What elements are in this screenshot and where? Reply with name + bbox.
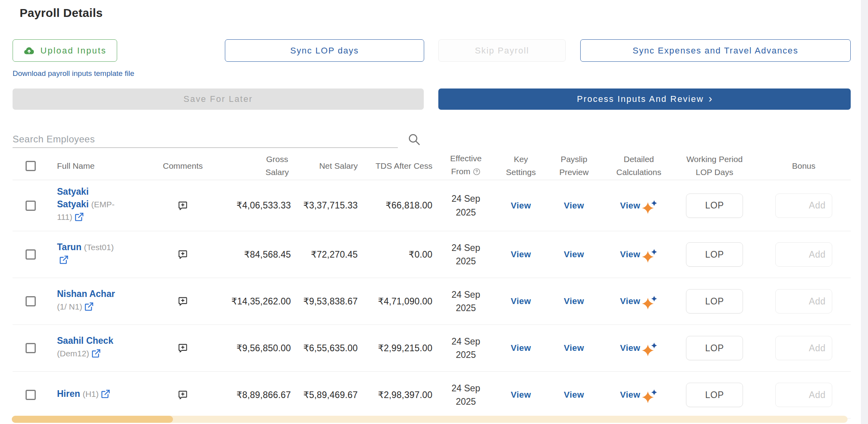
lop-button[interactable]: LOP bbox=[686, 383, 743, 407]
payslip-preview-view-link[interactable]: View bbox=[564, 296, 584, 306]
process-inputs-button[interactable]: Process Inputs And Review › bbox=[438, 88, 851, 110]
effective-from-date: 24 Sep 2025 bbox=[449, 382, 483, 409]
table-row: Tarun (Test01) ₹84,568.45 ₹72,270.45 ₹0.… bbox=[13, 231, 851, 278]
lop-button[interactable]: LOP bbox=[686, 242, 743, 267]
download-template-link[interactable]: Download payroll inputs template file bbox=[13, 69, 134, 78]
effective-from-date: 24 Sep 2025 bbox=[449, 335, 483, 362]
add-bonus-button[interactable]: Add bbox=[775, 289, 832, 313]
horizontal-scrollbar-thumb[interactable] bbox=[12, 416, 173, 423]
sync-expenses-button[interactable]: Sync Expenses and Travel Advances bbox=[580, 39, 851, 62]
sync-expenses-label: Sync Expenses and Travel Advances bbox=[633, 46, 798, 56]
key-settings-view-link[interactable]: View bbox=[511, 201, 531, 211]
row-checkbox[interactable] bbox=[26, 390, 36, 400]
add-bonus-button[interactable]: Add bbox=[775, 242, 832, 267]
employee-id: (H1) bbox=[83, 389, 99, 398]
tds-after-cess-value: ₹0.00 bbox=[358, 249, 432, 260]
employee-name-link[interactable]: Nishan Achar bbox=[57, 289, 115, 299]
row-checkbox[interactable] bbox=[26, 249, 36, 260]
header-gross-salary: Gross Salary bbox=[236, 153, 291, 179]
external-link-icon[interactable] bbox=[74, 212, 84, 225]
detailed-calculations-view-link[interactable]: View bbox=[620, 343, 640, 353]
net-salary-value: ₹3,37,715.33 bbox=[291, 200, 358, 211]
net-salary-value: ₹72,270.45 bbox=[291, 249, 358, 260]
effective-from-date: 24 Sep 2025 bbox=[449, 241, 483, 268]
header-full-name: Full Name bbox=[39, 160, 130, 173]
key-settings-view-link[interactable]: View bbox=[511, 343, 531, 353]
external-link-icon[interactable] bbox=[101, 389, 110, 402]
gross-salary-value: ₹84,568.45 bbox=[236, 249, 291, 260]
header-payslip-preview: Payslip Preview bbox=[542, 153, 605, 179]
table-row: Nishan Achar (1/ N1) ₹14,35,262.00 ₹9,53… bbox=[13, 278, 851, 325]
detailed-calculations-view-link[interactable]: View bbox=[620, 390, 640, 400]
row-checkbox[interactable] bbox=[26, 296, 36, 306]
ai-sparkle-icon bbox=[641, 388, 658, 406]
table-row: Hiren (H1) ₹8,89,866.67 ₹5,89,469.67 ₹2,… bbox=[13, 372, 851, 418]
external-link-icon[interactable] bbox=[91, 348, 101, 362]
header-effective-from: Effective From bbox=[432, 152, 499, 179]
sync-lop-days-label: Sync LOP days bbox=[290, 46, 359, 56]
tds-after-cess-value: ₹4,71,090.00 bbox=[358, 296, 432, 307]
key-settings-view-link[interactable]: View bbox=[511, 296, 531, 306]
header-comments: Comments bbox=[130, 160, 236, 173]
detailed-calculations-view-link[interactable]: View bbox=[620, 296, 640, 306]
process-inputs-label: Process Inputs And Review bbox=[577, 94, 704, 104]
add-comment-icon[interactable] bbox=[177, 249, 188, 260]
add-bonus-button[interactable]: Add bbox=[775, 336, 832, 360]
ai-sparkle-icon bbox=[641, 295, 658, 312]
employee-name-link[interactable]: Saahil Check bbox=[57, 336, 113, 346]
gross-salary-value: ₹8,89,866.67 bbox=[236, 390, 291, 400]
detailed-calculations-view-link[interactable]: View bbox=[620, 249, 640, 260]
row-checkbox[interactable] bbox=[26, 201, 36, 211]
search-input[interactable] bbox=[13, 131, 398, 147]
ai-sparkle-icon bbox=[641, 248, 658, 265]
payslip-preview-view-link[interactable]: View bbox=[564, 390, 584, 400]
employee-name-link[interactable]: Tarun bbox=[57, 242, 81, 252]
add-comment-icon[interactable] bbox=[177, 296, 188, 307]
search-icon[interactable] bbox=[407, 132, 421, 146]
lop-button[interactable]: LOP bbox=[686, 289, 743, 313]
table-header-row: Full Name Comments Gross Salary Net Sala… bbox=[13, 152, 851, 180]
ai-sparkle-icon bbox=[641, 341, 658, 359]
cloud-upload-icon bbox=[23, 45, 35, 57]
net-salary-value: ₹5,89,469.67 bbox=[291, 390, 358, 400]
tds-after-cess-value: ₹2,99,215.00 bbox=[358, 343, 432, 354]
detailed-calculations-view-link[interactable]: View bbox=[620, 201, 640, 211]
chevron-right-icon: › bbox=[708, 93, 712, 105]
header-key-settings: Key Settings bbox=[499, 153, 542, 179]
table-body: Satyaki Satyaki (EMP-111) ₹4,06,533.33 ₹… bbox=[13, 180, 851, 418]
add-bonus-button[interactable]: Add bbox=[775, 383, 832, 407]
lop-button[interactable]: LOP bbox=[686, 336, 743, 360]
add-comment-icon[interactable] bbox=[177, 389, 188, 400]
help-icon[interactable] bbox=[473, 167, 481, 180]
row-checkbox[interactable] bbox=[26, 343, 36, 353]
add-comment-icon[interactable] bbox=[177, 343, 188, 354]
employee-id: (Dem12) bbox=[57, 349, 89, 358]
net-salary-value: ₹6,55,635.00 bbox=[291, 343, 358, 354]
table-row: Satyaki Satyaki (EMP-111) ₹4,06,533.33 ₹… bbox=[13, 180, 851, 231]
search-employees-field bbox=[13, 131, 398, 148]
lop-button[interactable]: LOP bbox=[686, 194, 743, 218]
payslip-preview-view-link[interactable]: View bbox=[564, 343, 584, 353]
upload-inputs-button[interactable]: Upload Inputs bbox=[13, 39, 117, 62]
upload-inputs-label: Upload Inputs bbox=[40, 46, 107, 56]
add-comment-icon[interactable] bbox=[177, 200, 188, 211]
employee-name-link[interactable]: Satyaki Satyaki bbox=[57, 186, 89, 209]
sync-lop-days-button[interactable]: Sync LOP days bbox=[225, 39, 424, 62]
tds-after-cess-value: ₹2,98,397.00 bbox=[358, 390, 432, 400]
external-link-icon[interactable] bbox=[59, 255, 69, 268]
payslip-preview-view-link[interactable]: View bbox=[564, 201, 584, 211]
save-for-later-button[interactable]: Save For Later bbox=[13, 88, 424, 110]
key-settings-view-link[interactable]: View bbox=[511, 390, 531, 400]
external-link-icon[interactable] bbox=[84, 302, 94, 315]
horizontal-scrollbar[interactable] bbox=[12, 416, 848, 423]
select-all-checkbox[interactable] bbox=[26, 161, 36, 171]
key-settings-view-link[interactable]: View bbox=[511, 249, 531, 260]
add-bonus-button[interactable]: Add bbox=[775, 194, 832, 218]
vertical-scrollbar[interactable] bbox=[861, 0, 868, 424]
skip-payroll-label: Skip Payroll bbox=[475, 46, 529, 56]
employee-id: (1/ N1) bbox=[57, 302, 82, 311]
skip-payroll-button[interactable]: Skip Payroll bbox=[438, 39, 566, 62]
table-row: Saahil Check (Dem12) ₹9,56,850.00 ₹6,55,… bbox=[13, 325, 851, 372]
employee-name-link[interactable]: Hiren bbox=[57, 389, 80, 399]
payslip-preview-view-link[interactable]: View bbox=[564, 249, 584, 260]
